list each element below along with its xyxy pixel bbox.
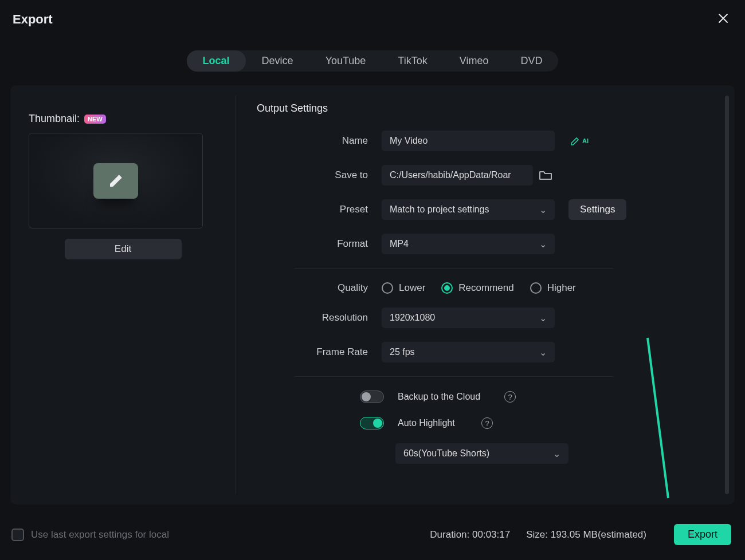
highlight-duration-dropdown[interactable]: 60s(YouTube Shorts) ⌄ [395,443,568,464]
auto-highlight-toggle[interactable] [360,417,384,429]
thumbnail-preview[interactable] [29,133,203,228]
chevron-down-icon: ⌄ [539,313,547,324]
name-label: Name [257,135,382,147]
size-info: Size: 193.05 MB(estimated) [526,529,646,541]
chevron-down-icon: ⌄ [553,448,560,459]
annotation-arrow-icon [636,332,682,515]
quality-recommend-radio[interactable]: Recommend [441,282,513,294]
tab-dvd[interactable]: DVD [504,50,558,72]
saveto-label: Save to [257,169,382,181]
folder-icon[interactable] [539,169,552,181]
help-icon[interactable]: ? [481,417,493,429]
export-button[interactable]: Export [674,524,731,545]
use-last-settings-label: Use last export settings for local [31,529,169,541]
quality-higher-radio[interactable]: Higher [530,282,576,294]
framerate-label: Frame Rate [257,346,382,358]
auto-highlight-label: Auto Highlight [398,418,468,428]
saveto-value: C:/Users/habib/AppData/Roar [390,170,511,180]
quality-recommend-label: Recommend [458,282,513,294]
use-last-settings-checkbox[interactable] [11,529,24,541]
saveto-path[interactable]: C:/Users/habib/AppData/Roar [382,165,533,186]
quality-lower-radio[interactable]: Lower [382,282,425,294]
format-dropdown[interactable]: MP4 ⌄ [382,234,555,254]
chevron-down-icon: ⌄ [539,204,547,215]
quality-higher-label: Higher [547,282,576,294]
divider [295,376,613,377]
export-tabs: Local Device YouTube TikTok Vimeo DVD [187,50,559,72]
scrollbar[interactable] [725,96,729,494]
output-settings-title: Output Settings [257,102,713,115]
divider [295,268,613,269]
resolution-value: 1920x1080 [390,313,435,323]
preset-settings-button[interactable]: Settings [568,199,626,220]
help-icon[interactable]: ? [504,391,516,403]
format-label: Format [257,238,382,250]
framerate-dropdown[interactable]: 25 fps ⌄ [382,342,555,362]
thumbnail-label: Thumbnail: [29,113,80,125]
close-icon[interactable] [715,10,731,29]
tab-device[interactable]: Device [246,50,309,72]
preset-label: Preset [257,204,382,215]
chevron-down-icon: ⌄ [539,347,547,358]
tab-local[interactable]: Local [187,50,246,72]
highlight-duration-value: 60s(YouTube Shorts) [403,448,489,459]
tab-youtube[interactable]: YouTube [309,50,382,72]
chevron-down-icon: ⌄ [539,239,547,250]
tab-tiktok[interactable]: TikTok [382,50,443,72]
preset-value: Match to project settings [390,204,489,215]
resolution-dropdown[interactable]: 1920x1080 ⌄ [382,307,555,328]
page-title: Export [13,12,53,27]
new-badge: NEW [84,115,106,124]
preset-dropdown[interactable]: Match to project settings ⌄ [382,199,555,220]
name-input[interactable] [382,131,555,151]
duration-info: Duration: 00:03:17 [430,529,510,541]
resolution-label: Resolution [257,312,382,324]
ai-rename-icon[interactable]: AI [570,135,589,147]
format-value: MP4 [390,239,409,249]
quality-label: Quality [257,282,382,294]
pencil-icon [93,163,138,199]
tab-vimeo[interactable]: Vimeo [444,50,505,72]
backup-cloud-label: Backup to the Cloud [398,392,491,402]
backup-cloud-toggle[interactable] [360,391,384,403]
edit-thumbnail-button[interactable]: Edit [65,239,182,259]
quality-lower-label: Lower [399,282,425,294]
framerate-value: 25 fps [390,347,415,357]
